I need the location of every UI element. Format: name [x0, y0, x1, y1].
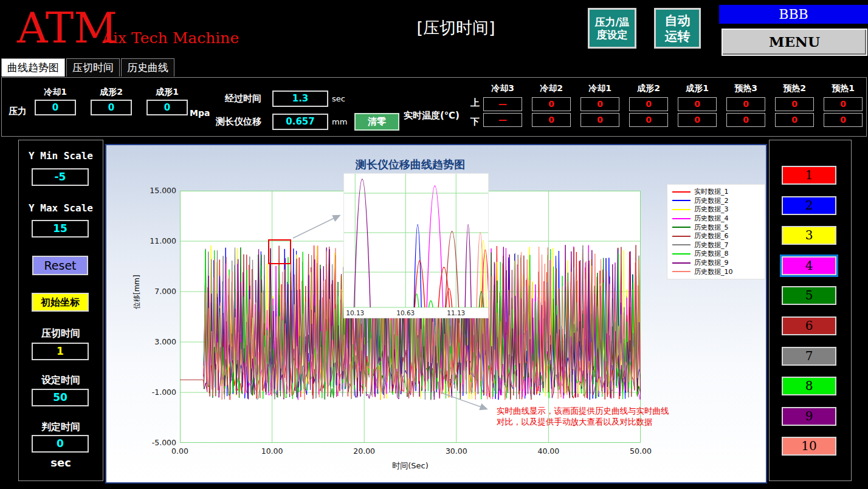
temp-value-bottom: —	[483, 113, 522, 127]
history-select-button-9[interactable]: 9	[782, 407, 836, 426]
temp-value-bottom: 0	[532, 113, 571, 127]
temp-value-top: 0	[824, 97, 863, 111]
x-axis-tick-label: 20.00	[346, 446, 382, 456]
temp-value-top: 0	[532, 97, 571, 111]
clear-zero-button[interactable]: 清零	[354, 113, 399, 131]
y-axis-tick-label: -1.000	[128, 388, 176, 397]
time-unit-label: sec	[19, 456, 103, 469]
status-banner[interactable]: BBB	[719, 5, 868, 24]
x-axis-tick-label: 50.00	[622, 446, 659, 456]
pressure-item: 冷却10	[34, 84, 77, 115]
temp-value-top: 0	[678, 97, 717, 111]
history-select-button-1[interactable]: 1	[782, 166, 836, 185]
temp-value-bottom: 0	[629, 113, 668, 127]
press-cut-time-label: 压切时间	[19, 327, 103, 340]
pressure-temp-settings-label-line2: 度设定	[597, 29, 628, 41]
scale-settings-panel: Y Min Scale -5 Y Max Scale 15 Reset 初始坐标…	[18, 140, 103, 481]
pressure-temp-settings-button[interactable]: 压力/温 度设定	[588, 8, 636, 49]
temp-value-top: 0	[580, 97, 619, 111]
reset-button[interactable]: Reset	[32, 256, 88, 275]
x-axis-tick-label: 40.00	[530, 446, 567, 456]
init-coordinates-button[interactable]: 初始坐标	[32, 293, 89, 312]
displacement-label: 测长仪位移	[216, 116, 261, 128]
annotation-line2: 对比，以及提供手动放大查看以及对比数据	[497, 416, 703, 427]
temp-row-top-label: 上	[470, 97, 480, 109]
realtime-temp-label: 实时温度(℃)	[404, 110, 460, 121]
annotation-line1: 实时曲线显示，该画面提供历史曲线与实时曲线	[497, 405, 703, 416]
displacement-value: 0.657	[272, 114, 328, 130]
tab-历史曲线[interactable]: 历史曲线	[121, 58, 174, 77]
history-select-panel: 12345678910	[769, 140, 852, 481]
temp-value-bottom: 0	[726, 113, 765, 127]
y-max-scale-field[interactable]: 15	[32, 220, 89, 238]
history-select-button-5[interactable]: 5	[782, 286, 836, 305]
menu-button[interactable]: MENU	[722, 29, 867, 56]
history-select-button-2[interactable]: 2	[782, 196, 836, 215]
y-min-scale-label: Y Min Scale	[19, 150, 103, 162]
y-max-scale-label: Y Max Scale	[19, 202, 103, 214]
judge-time-field[interactable]: 0	[32, 435, 89, 453]
pressure-channel-label: 冷却1	[44, 84, 67, 100]
x-axis-tick-label: 30.00	[438, 446, 475, 456]
temp-column: 预热100	[822, 81, 864, 127]
y-axis-tick-label: 3.000	[128, 337, 176, 346]
inset-x-tick-label: 11.13	[447, 309, 465, 316]
zoom-inset-chart[interactable]: 10.1310.6311.13	[343, 173, 489, 318]
pressure-temp-settings-label-line1: 压力/温	[594, 16, 629, 29]
auto-run-label-line2: 运转	[665, 29, 691, 44]
temp-value-top: —	[483, 97, 522, 111]
temp-column: 预热200	[774, 81, 815, 127]
judge-time-label: 判定时间	[19, 421, 103, 434]
chart-annotation: 实时曲线显示，该画面提供历史曲线与实时曲线 对比，以及提供手动放大查看以及对比数…	[497, 405, 703, 427]
history-select-button-10[interactable]: 10	[782, 437, 836, 456]
history-select-button-7[interactable]: 7	[782, 347, 836, 366]
temp-column: 成形100	[677, 81, 718, 127]
auto-run-label-line1: 自动	[665, 13, 691, 29]
history-select-button-3[interactable]: 3	[782, 226, 836, 245]
temp-channel-label: 预热3	[734, 81, 757, 95]
pressure-item: 成形10	[146, 84, 188, 115]
x-axis-tick-label: 0.00	[162, 446, 198, 456]
press-cut-time-field[interactable]: 1	[32, 343, 89, 360]
history-select-button-6[interactable]: 6	[782, 316, 836, 335]
history-select-button-4[interactable]: 4	[782, 256, 836, 275]
temp-value-top: 0	[629, 97, 668, 111]
temp-channel-label: 预热2	[783, 81, 806, 95]
pressure-channel-label: 成形2	[100, 84, 123, 100]
temp-value-top: 0	[775, 97, 814, 111]
pressure-item: 成形20	[90, 84, 133, 115]
displacement-unit: mm	[332, 117, 347, 126]
tab-bar: 曲线趋势图压切时间历史曲线	[1, 58, 176, 77]
temp-column: 成形200	[628, 81, 669, 127]
pressure-value: 0	[91, 100, 132, 115]
auto-run-button[interactable]: 自动 运转	[654, 8, 701, 49]
temp-channel-label: 预热1	[832, 81, 855, 95]
temp-value-bottom: 0	[580, 113, 619, 127]
x-axis-tick-label: 10.00	[254, 446, 291, 456]
temp-channel-label: 成形1	[686, 81, 709, 95]
y-min-scale-field[interactable]: -5	[32, 168, 89, 186]
pressure-label: 压力	[9, 106, 27, 117]
set-time-field[interactable]: 50	[32, 389, 89, 406]
pressure-unit: Mpa	[190, 108, 210, 118]
temp-column: 冷却200	[531, 81, 572, 127]
y-axis-tick-label: 7.000	[128, 287, 176, 296]
temp-column: 预热300	[725, 81, 766, 127]
elapsed-time-value: 1.3	[272, 91, 328, 107]
hmi-screen: ATM Aix Tech Machine [压切时间] 压力/温 度设定 自动 …	[0, 0, 868, 489]
inset-x-tick-label: 10.63	[396, 309, 415, 316]
temp-value-bottom: 0	[775, 113, 814, 127]
temp-channel-label: 冷却1	[588, 81, 611, 95]
pressure-group: 冷却10成形20成形10	[34, 84, 188, 115]
pressure-value: 0	[35, 100, 76, 115]
y-axis-tick-label: 11.000	[128, 236, 176, 245]
logo-subtitle: Aix Tech Machine	[102, 29, 239, 47]
y-axis-tick-label: -5.000	[128, 438, 176, 447]
temp-column: 冷却100	[579, 81, 621, 127]
tab-曲线趋势图[interactable]: 曲线趋势图	[1, 58, 65, 77]
set-time-label: 设定时间	[19, 374, 103, 387]
history-select-button-8[interactable]: 8	[782, 377, 836, 395]
tab-压切时间[interactable]: 压切时间	[66, 58, 120, 77]
inset-x-tick-label: 10.13	[346, 309, 364, 316]
temp-channel-label: 成形2	[637, 81, 660, 95]
